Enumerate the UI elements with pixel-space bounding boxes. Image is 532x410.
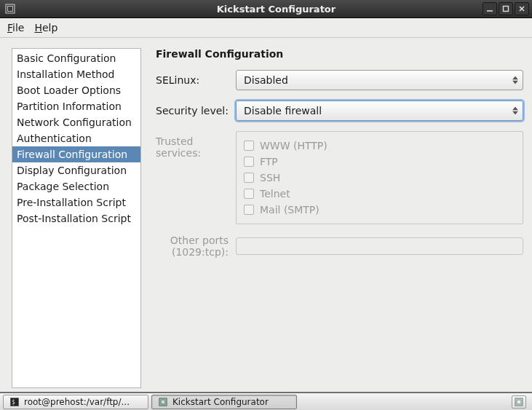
other-ports-input xyxy=(236,237,523,255)
selinux-value: Disabled xyxy=(244,74,288,86)
taskbar: $ root@prehost:/var/ftp/... Kickstart Co… xyxy=(0,392,532,410)
taskbar-item-label: Kickstart Configurator xyxy=(172,397,269,407)
other-ports-label: Other ports (1029:tcp): xyxy=(156,234,236,258)
svg-marker-8 xyxy=(512,107,518,111)
sidebar-item[interactable]: Firewall Configuration xyxy=(12,146,140,162)
sidebar-item[interactable]: Installation Method xyxy=(12,66,140,82)
svg-rect-0 xyxy=(6,4,15,13)
chevron-updown-icon xyxy=(512,76,518,84)
sidebar-item[interactable]: Basic Configuration xyxy=(12,50,140,66)
window-title: Kickstart Configurator xyxy=(20,4,532,15)
content-pane: Firewall Configuration SELinux: Disabled… xyxy=(141,48,523,383)
service-row: Mail (SMTP) xyxy=(244,202,515,218)
sidebar-item[interactable]: Pre-Installation Script xyxy=(12,194,140,210)
menu-help[interactable]: Help xyxy=(34,22,57,33)
checkbox xyxy=(244,141,254,151)
svg-rect-3 xyxy=(504,7,509,12)
sidebar-item[interactable]: Network Configuration xyxy=(12,114,140,130)
close-button[interactable] xyxy=(515,2,529,15)
app-icon xyxy=(4,3,16,15)
checkbox xyxy=(244,157,254,167)
service-row: Telnet xyxy=(244,186,515,202)
trusted-services-label: Trusted services: xyxy=(156,131,236,159)
sidebar-item[interactable]: Partition Information xyxy=(12,98,140,114)
service-row: SSH xyxy=(244,170,515,186)
sidebar-item[interactable]: Package Selection xyxy=(12,178,140,194)
svg-marker-9 xyxy=(512,111,518,115)
svg-rect-15 xyxy=(517,400,521,404)
service-label: Telnet xyxy=(260,188,290,200)
selinux-dropdown[interactable]: Disabled xyxy=(236,70,523,90)
security-level-value: Disable firewall xyxy=(244,105,322,117)
sidebar: Basic ConfigurationInstallation MethodBo… xyxy=(12,48,141,388)
content-heading: Firewall Configuration xyxy=(156,48,523,60)
tray-icon[interactable] xyxy=(512,395,526,409)
minimize-button[interactable] xyxy=(483,2,497,15)
app-icon xyxy=(158,397,168,407)
svg-rect-1 xyxy=(8,7,13,12)
chevron-updown-icon xyxy=(512,107,518,115)
menubar: File Help xyxy=(0,18,532,38)
checkbox xyxy=(244,189,254,199)
service-label: WWW (HTTP) xyxy=(260,140,327,151)
trusted-services-box: WWW (HTTP)FTPSSHTelnetMail (SMTP) xyxy=(236,131,523,224)
service-row: FTP xyxy=(244,154,515,170)
terminal-icon: $ xyxy=(9,397,20,407)
sidebar-item[interactable]: Authentication xyxy=(12,130,140,146)
service-label: Mail (SMTP) xyxy=(260,204,319,216)
sidebar-item[interactable]: Display Configuration xyxy=(12,162,140,178)
security-level-dropdown[interactable]: Disable firewall xyxy=(236,100,523,121)
service-row: WWW (HTTP) xyxy=(244,138,515,154)
taskbar-item-label: root@prehost:/var/ftp/... xyxy=(24,397,130,407)
sidebar-item[interactable]: Post-Installation Script xyxy=(12,210,140,226)
checkbox xyxy=(244,205,254,215)
checkbox xyxy=(244,173,254,183)
system-tray xyxy=(512,395,529,409)
svg-marker-7 xyxy=(512,81,518,84)
taskbar-item-terminal[interactable]: $ root@prehost:/var/ftp/... xyxy=(3,395,148,409)
taskbar-item-kickstart[interactable]: Kickstart Configurator xyxy=(151,395,297,409)
security-level-label: Security level: xyxy=(156,105,236,117)
service-label: SSH xyxy=(260,172,280,184)
svg-marker-6 xyxy=(512,76,518,80)
window-titlebar: Kickstart Configurator xyxy=(0,0,532,18)
menu-file[interactable]: File xyxy=(7,22,24,33)
maximize-button[interactable] xyxy=(499,2,513,15)
main-area: Basic ConfigurationInstallation MethodBo… xyxy=(0,38,532,392)
selinux-label: SELinux: xyxy=(156,74,236,86)
svg-rect-13 xyxy=(161,400,165,404)
sidebar-item[interactable]: Boot Loader Options xyxy=(12,82,140,98)
svg-text:$: $ xyxy=(12,399,15,406)
service-label: FTP xyxy=(260,156,278,167)
